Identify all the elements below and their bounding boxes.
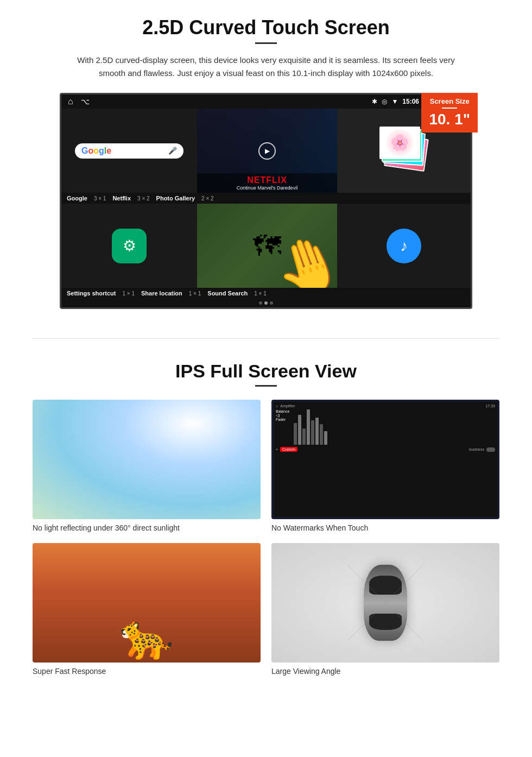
settings-app-cell[interactable]: ⚙ ⚙	[61, 204, 197, 288]
dot-navigation	[61, 299, 471, 307]
sunlight-image	[33, 400, 261, 519]
svg-line-0	[347, 565, 385, 603]
mini-sidebar: Balance ◁) Fader	[276, 409, 292, 445]
device-screen: ⌂ ⌥ ✱ ◎ ▼ 15:06 📷 🔊 ⊠ ▭ Google	[60, 93, 472, 309]
google-logo: Google	[81, 146, 111, 156]
nav-dot-1[interactable]	[259, 301, 262, 305]
gallery-label: Photo Gallery	[156, 195, 195, 201]
settings-label: Settings shortcut	[67, 290, 116, 297]
bar-7	[320, 424, 323, 445]
cheetah-emoji: 🐆	[119, 611, 174, 663]
google-app-cell[interactable]: Google 🎤	[61, 109, 197, 193]
mini-bottom: « Custom loudness	[276, 447, 495, 452]
music-app-cell[interactable]: ♪	[337, 204, 471, 288]
mic-icon[interactable]: 🎤	[168, 147, 177, 155]
title-underline	[255, 42, 277, 44]
section-curved-screen: 2.5D Curved Touch Screen With 2.5D curve…	[0, 0, 532, 322]
gallery-stack: 🌸	[379, 127, 428, 175]
feature-cheetah: 🐆 Super Fast Response	[33, 543, 261, 676]
nav-dot-2[interactable]	[264, 301, 268, 305]
bar-6	[315, 418, 319, 445]
section1-description: With 2.5D curved-display screen, this de…	[76, 54, 456, 80]
netflix-app-cell[interactable]: ▶ NETFLIX Continue Marvel's Daredevil	[197, 109, 337, 193]
status-time: 15:06	[402, 98, 419, 105]
signal-icon: ▼	[391, 98, 398, 105]
bar-8	[324, 431, 327, 445]
sunlight-caption: No light reflecting under 360° direct su…	[33, 523, 261, 532]
google-search-bar[interactable]: Google 🎤	[75, 143, 183, 159]
maps-label: Share location	[141, 290, 182, 297]
music-icon: ♪	[387, 229, 421, 263]
badge-label: Screen Size	[429, 97, 470, 105]
netflix-logo: NETFLIX	[201, 175, 333, 185]
play-button[interactable]: ▶	[258, 142, 276, 160]
cheetah-image: 🐆	[33, 543, 261, 663]
netflix-subtitle: Continue Marvel's Daredevil	[201, 185, 333, 191]
music-label: Sound Search	[207, 290, 248, 297]
feature-car: Large Viewing Angle	[271, 543, 499, 676]
netflix-label: Netflix	[112, 195, 131, 201]
mini-screen: ⌂Amplifier17:33 Balance ◁) Fader	[274, 402, 497, 517]
device-wrapper: Screen Size 10. 1" ⌂ ⌥ ✱ ◎ ▼ 15:06 📷 🔊 ⊠…	[60, 93, 472, 309]
nav-dot-3[interactable]	[270, 301, 273, 305]
car-caption: Large Viewing Angle	[271, 667, 499, 676]
section-ips: IPS Full Screen View No light reflecting…	[0, 355, 532, 692]
title-underline-2	[255, 385, 277, 387]
usb-icon: ⌥	[81, 97, 90, 106]
bar-4	[307, 409, 310, 445]
home-icon[interactable]: ⌂	[68, 97, 73, 106]
gallery-card-4: 🌸	[379, 127, 420, 159]
badge-dash	[442, 108, 457, 109]
bottom-labels-row: Settings shortcut 1 × 1 Share location 1…	[61, 288, 471, 299]
location-icon: ◎	[382, 98, 387, 105]
watermark-image: ⌂Amplifier17:33 Balance ◁) Fader	[271, 400, 499, 519]
google-label: Google	[67, 195, 87, 201]
bar-5	[311, 420, 314, 445]
feature-watermark: ⌂Amplifier17:33 Balance ◁) Fader	[271, 400, 499, 532]
bar-1	[294, 423, 297, 445]
bottom-app-row: ⚙ ⚙ 🗺 🤚 ♪	[61, 204, 471, 288]
svg-line-2	[347, 603, 385, 641]
status-bar: ⌂ ⌥ ✱ ◎ ▼ 15:06 📷 🔊 ⊠ ▭	[61, 94, 471, 109]
car-image	[271, 543, 499, 663]
netflix-overlay: NETFLIX Continue Marvel's Daredevil	[197, 173, 337, 193]
svg-line-3	[385, 603, 423, 641]
section2-title: IPS Full Screen View	[33, 361, 499, 382]
screen-size-badge: Screen Size 10. 1"	[421, 93, 478, 133]
svg-line-1	[385, 565, 423, 603]
mini-content: Balance ◁) Fader	[276, 409, 495, 445]
flower-image: 🌸	[381, 128, 419, 158]
badge-size: 10. 1"	[429, 111, 470, 128]
watermark-caption: No Watermarks When Touch	[271, 523, 499, 532]
bar-2	[298, 415, 301, 445]
section1-title: 2.5D Curved Touch Screen	[33, 16, 499, 39]
settings-icon: ⚙	[112, 229, 147, 263]
car-container	[364, 565, 407, 641]
mini-status-bar: ⌂Amplifier17:33	[276, 404, 495, 408]
top-app-row: Google 🎤 ▶ NETFLIX Continue Marvel's Dar…	[61, 109, 471, 193]
maps-app-cell[interactable]: 🗺 🤚	[197, 204, 337, 288]
section-divider	[33, 338, 499, 339]
bluetooth-icon: ✱	[372, 98, 377, 105]
mini-bars	[294, 409, 495, 445]
feature-grid: No light reflecting under 360° direct su…	[33, 400, 499, 676]
top-labels-row: Google 3 × 1 Netflix 3 × 2 Photo Gallery…	[61, 193, 471, 204]
viewing-angle-lines	[342, 559, 429, 646]
bar-3	[302, 428, 306, 445]
feature-sunlight: No light reflecting under 360° direct su…	[33, 400, 261, 532]
cheetah-caption: Super Fast Response	[33, 667, 261, 676]
